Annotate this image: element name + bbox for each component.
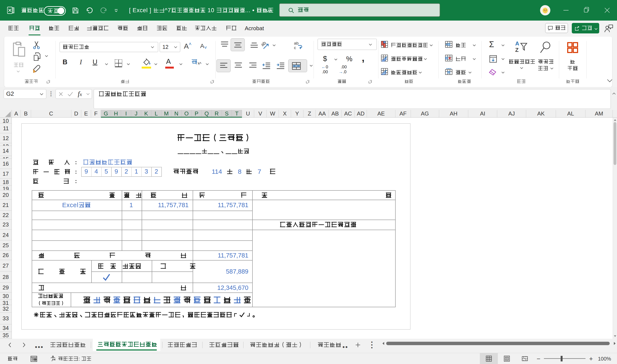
svg-text:ab: ab <box>294 41 299 45</box>
svg-text:Z: Z <box>515 47 519 53</box>
svg-text:A: A <box>515 41 519 47</box>
svg-text:c: c <box>294 45 296 50</box>
